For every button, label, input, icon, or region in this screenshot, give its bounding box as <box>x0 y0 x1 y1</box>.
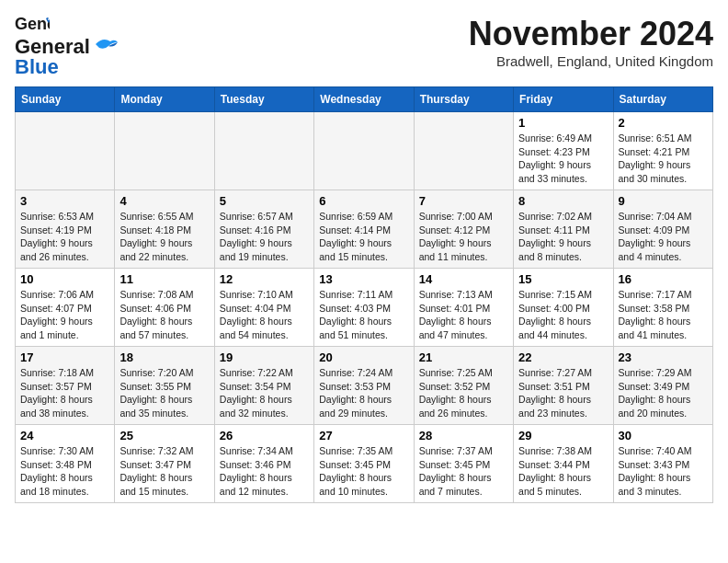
day-header-wednesday: Wednesday <box>314 87 414 112</box>
day-info: Sunrise: 6:49 AM Sunset: 4:23 PM Dayligh… <box>518 132 608 186</box>
calendar-cell: 2Sunrise: 6:51 AM Sunset: 4:21 PM Daylig… <box>613 112 712 190</box>
calendar-cell <box>314 112 414 190</box>
day-number: 10 <box>20 272 109 286</box>
calendar-cell: 22Sunrise: 7:27 AM Sunset: 3:51 PM Dayli… <box>514 347 613 425</box>
day-info: Sunrise: 7:22 AM Sunset: 3:54 PM Dayligh… <box>220 366 309 420</box>
calendar-cell <box>115 112 214 190</box>
day-info: Sunrise: 7:15 AM Sunset: 4:00 PM Dayligh… <box>518 288 608 342</box>
day-info: Sunrise: 7:24 AM Sunset: 3:53 PM Dayligh… <box>319 366 408 420</box>
location: Bradwell, England, United Kingdom <box>469 53 713 69</box>
calendar-cell: 19Sunrise: 7:22 AM Sunset: 3:54 PM Dayli… <box>214 347 313 425</box>
day-number: 11 <box>119 272 209 286</box>
calendar-cell: 14Sunrise: 7:13 AM Sunset: 4:01 PM Dayli… <box>414 269 513 347</box>
day-number: 6 <box>319 194 408 208</box>
calendar-body: 1Sunrise: 6:49 AM Sunset: 4:23 PM Daylig… <box>16 112 713 503</box>
day-info: Sunrise: 7:02 AM Sunset: 4:11 PM Dayligh… <box>518 210 608 264</box>
calendar-week-4: 17Sunrise: 7:18 AM Sunset: 3:57 PM Dayli… <box>16 347 713 425</box>
calendar-week-1: 1Sunrise: 6:49 AM Sunset: 4:23 PM Daylig… <box>16 112 713 190</box>
calendar-cell: 24Sunrise: 7:30 AM Sunset: 3:48 PM Dayli… <box>16 425 115 503</box>
calendar-table: SundayMondayTuesdayWednesdayThursdayFrid… <box>15 86 713 503</box>
day-info: Sunrise: 7:29 AM Sunset: 3:49 PM Dayligh… <box>619 366 708 420</box>
day-header-monday: Monday <box>115 87 214 112</box>
logo: General General Blue <box>15 15 119 79</box>
day-number: 8 <box>518 194 608 208</box>
day-number: 20 <box>319 350 408 364</box>
calendar-cell: 10Sunrise: 7:06 AM Sunset: 4:07 PM Dayli… <box>16 269 115 347</box>
day-number: 18 <box>119 350 209 364</box>
day-info: Sunrise: 7:17 AM Sunset: 3:58 PM Dayligh… <box>619 288 708 342</box>
day-info: Sunrise: 7:25 AM Sunset: 3:52 PM Dayligh… <box>419 366 508 420</box>
day-number: 14 <box>419 272 508 286</box>
calendar-cell: 28Sunrise: 7:37 AM Sunset: 3:45 PM Dayli… <box>414 425 513 503</box>
day-info: Sunrise: 7:10 AM Sunset: 4:04 PM Dayligh… <box>220 288 309 342</box>
day-number: 21 <box>419 350 508 364</box>
day-info: Sunrise: 7:11 AM Sunset: 4:03 PM Dayligh… <box>319 288 408 342</box>
svg-text:General: General <box>15 15 50 33</box>
day-info: Sunrise: 7:08 AM Sunset: 4:06 PM Dayligh… <box>119 288 209 342</box>
day-number: 23 <box>619 350 708 364</box>
day-number: 26 <box>220 429 309 442</box>
calendar-cell: 29Sunrise: 7:38 AM Sunset: 3:44 PM Dayli… <box>514 425 613 503</box>
title-area: November 2024 Bradwell, England, United … <box>469 15 713 69</box>
day-number: 12 <box>220 272 309 286</box>
day-number: 30 <box>619 429 708 442</box>
calendar-cell: 23Sunrise: 7:29 AM Sunset: 3:49 PM Dayli… <box>613 347 712 425</box>
calendar-cell: 27Sunrise: 7:35 AM Sunset: 3:45 PM Dayli… <box>314 425 414 503</box>
calendar-week-5: 24Sunrise: 7:30 AM Sunset: 3:48 PM Dayli… <box>16 425 713 503</box>
day-number: 25 <box>119 429 209 442</box>
calendar-cell: 16Sunrise: 7:17 AM Sunset: 3:58 PM Dayli… <box>613 269 712 347</box>
day-header-sunday: Sunday <box>16 87 115 112</box>
day-number: 3 <box>20 194 109 208</box>
day-info: Sunrise: 7:04 AM Sunset: 4:09 PM Dayligh… <box>619 210 708 264</box>
page-header: General General Blue November 2024 Bradw… <box>15 15 713 79</box>
calendar-cell: 8Sunrise: 7:02 AM Sunset: 4:11 PM Daylig… <box>514 190 613 269</box>
day-number: 7 <box>419 194 508 208</box>
day-info: Sunrise: 6:57 AM Sunset: 4:16 PM Dayligh… <box>220 210 309 264</box>
day-info: Sunrise: 6:51 AM Sunset: 4:21 PM Dayligh… <box>619 132 708 186</box>
logo-bird-svg <box>92 37 119 57</box>
calendar-cell <box>16 112 115 190</box>
day-number: 15 <box>518 272 608 286</box>
day-number: 16 <box>619 272 708 286</box>
calendar-cell: 11Sunrise: 7:08 AM Sunset: 4:06 PM Dayli… <box>115 269 214 347</box>
day-number: 29 <box>518 429 608 442</box>
calendar-week-3: 10Sunrise: 7:06 AM Sunset: 4:07 PM Dayli… <box>16 269 713 347</box>
calendar-cell: 5Sunrise: 6:57 AM Sunset: 4:16 PM Daylig… <box>214 190 313 269</box>
calendar-header-row: SundayMondayTuesdayWednesdayThursdayFrid… <box>16 87 713 112</box>
day-header-thursday: Thursday <box>414 87 513 112</box>
day-info: Sunrise: 7:38 AM Sunset: 3:44 PM Dayligh… <box>518 444 608 499</box>
day-info: Sunrise: 7:37 AM Sunset: 3:45 PM Dayligh… <box>419 444 508 499</box>
day-info: Sunrise: 7:40 AM Sunset: 3:43 PM Dayligh… <box>619 444 708 499</box>
day-number: 2 <box>619 116 708 130</box>
day-info: Sunrise: 6:55 AM Sunset: 4:18 PM Dayligh… <box>119 210 209 264</box>
day-info: Sunrise: 6:59 AM Sunset: 4:14 PM Dayligh… <box>319 210 408 264</box>
day-header-saturday: Saturday <box>613 87 712 112</box>
day-number: 24 <box>20 429 109 442</box>
day-number: 22 <box>518 350 608 364</box>
calendar-cell: 12Sunrise: 7:10 AM Sunset: 4:04 PM Dayli… <box>214 269 313 347</box>
calendar-cell: 25Sunrise: 7:32 AM Sunset: 3:47 PM Dayli… <box>115 425 214 503</box>
calendar-cell: 20Sunrise: 7:24 AM Sunset: 3:53 PM Dayli… <box>314 347 414 425</box>
calendar-cell: 30Sunrise: 7:40 AM Sunset: 3:43 PM Dayli… <box>613 425 712 503</box>
logo-blue: Blue <box>15 55 59 78</box>
calendar-cell: 1Sunrise: 6:49 AM Sunset: 4:23 PM Daylig… <box>514 112 613 190</box>
day-info: Sunrise: 7:32 AM Sunset: 3:47 PM Dayligh… <box>119 444 209 499</box>
day-info: Sunrise: 7:13 AM Sunset: 4:01 PM Dayligh… <box>419 288 508 342</box>
calendar-cell: 4Sunrise: 6:55 AM Sunset: 4:18 PM Daylig… <box>115 190 214 269</box>
calendar-cell: 3Sunrise: 6:53 AM Sunset: 4:19 PM Daylig… <box>16 190 115 269</box>
day-info: Sunrise: 7:18 AM Sunset: 3:57 PM Dayligh… <box>20 366 109 420</box>
day-number: 5 <box>220 194 309 208</box>
day-info: Sunrise: 6:53 AM Sunset: 4:19 PM Dayligh… <box>20 210 109 264</box>
calendar-cell: 9Sunrise: 7:04 AM Sunset: 4:09 PM Daylig… <box>613 190 712 269</box>
day-info: Sunrise: 7:34 AM Sunset: 3:46 PM Dayligh… <box>220 444 309 499</box>
day-header-tuesday: Tuesday <box>214 87 313 112</box>
day-number: 4 <box>119 194 209 208</box>
day-number: 9 <box>619 194 708 208</box>
day-info: Sunrise: 7:20 AM Sunset: 3:55 PM Dayligh… <box>119 366 209 420</box>
day-info: Sunrise: 7:00 AM Sunset: 4:12 PM Dayligh… <box>419 210 508 264</box>
day-number: 1 <box>518 116 608 130</box>
month-title: November 2024 <box>469 15 713 53</box>
calendar-cell <box>414 112 513 190</box>
day-info: Sunrise: 7:27 AM Sunset: 3:51 PM Dayligh… <box>518 366 608 420</box>
day-header-friday: Friday <box>514 87 613 112</box>
